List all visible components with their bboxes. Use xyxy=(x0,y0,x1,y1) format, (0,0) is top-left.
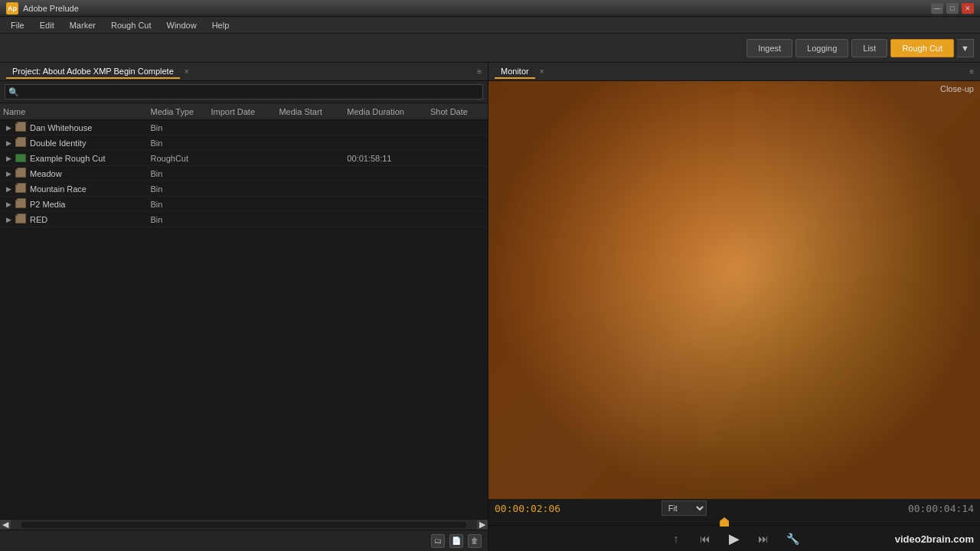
row-name: Meadow xyxy=(30,169,62,178)
list-button[interactable]: List xyxy=(851,39,887,57)
col-import-date-header: Import Date xyxy=(208,107,276,116)
fit-select[interactable]: Fit 100% 50% xyxy=(662,500,707,516)
app-icon: Ap xyxy=(6,2,18,15)
col-media-duration-header: Media Duration xyxy=(344,107,427,116)
row-expander[interactable]: ▶ xyxy=(3,216,14,223)
row-icon xyxy=(14,153,28,164)
playhead-marker[interactable] xyxy=(720,517,729,527)
monitor-panel: Monitor × ≡ Close-up 00:00:02:06 Fit 100… xyxy=(488,63,980,551)
new-item-icon[interactable]: 📄 xyxy=(449,534,463,548)
monitor-close[interactable]: × xyxy=(540,67,544,76)
row-name: P2 Media xyxy=(30,200,65,209)
row-icon xyxy=(14,199,28,210)
col-name-header: Name xyxy=(0,107,148,116)
col-media-type-header: Media Type xyxy=(148,107,208,116)
row-expander[interactable]: ▶ xyxy=(3,201,14,208)
maximize-button[interactable]: □ xyxy=(946,3,959,14)
scroll-right-btn[interactable]: ▶ xyxy=(477,520,488,530)
table-row[interactable]: ▶MeadowBin xyxy=(0,166,488,181)
search-bar xyxy=(0,81,488,103)
export-button[interactable]: ↑ xyxy=(667,530,685,548)
monitor-video: Close-up xyxy=(488,81,980,499)
row-icon xyxy=(14,184,28,194)
row-media-type: RoughCut xyxy=(148,154,208,163)
new-bin-icon[interactable]: 🗂 xyxy=(431,534,445,548)
monitor-tab[interactable]: Monitor xyxy=(495,65,535,79)
row-name: Example Rough Cut xyxy=(30,154,105,163)
project-tab[interactable]: Project: About Adobe XMP Begin Complete xyxy=(6,65,180,79)
col-media-start-header: Media Start xyxy=(276,107,344,116)
fit-dropdown[interactable]: Fit 100% 50% xyxy=(662,500,707,516)
project-content: Name Media Type Import Date Media Start … xyxy=(0,81,488,551)
menu-window[interactable]: Window xyxy=(159,19,204,31)
minimize-button[interactable]: — xyxy=(931,3,943,14)
row-media-duration: 00:01:58:11 xyxy=(344,154,427,163)
row-expander[interactable]: ▶ xyxy=(3,170,14,178)
step-forward-button[interactable]: ⏭ xyxy=(754,530,773,548)
row-name: Mountain Race xyxy=(30,184,87,194)
menu-edit[interactable]: Edit xyxy=(32,19,62,31)
menu-roughcut[interactable]: Rough Cut xyxy=(103,19,159,31)
row-expander[interactable]: ▶ xyxy=(3,185,14,193)
project-menu-btn[interactable]: ≡ xyxy=(477,67,482,76)
row-name: Double Identity xyxy=(30,139,86,148)
playhead-track[interactable] xyxy=(488,517,980,525)
monitor-menu-btn[interactable]: ≡ xyxy=(969,67,974,76)
main-area: Project: About Adobe XMP Begin Complete … xyxy=(0,63,980,551)
row-media-type: Bin xyxy=(148,200,208,209)
watermark: video2brain.com xyxy=(895,533,974,545)
table-row[interactable]: ▶Mountain RaceBin xyxy=(0,181,488,197)
roughcut-button[interactable]: Rough Cut xyxy=(890,39,954,57)
project-panel-header: Project: About Adobe XMP Begin Complete … xyxy=(0,63,488,81)
project-close[interactable]: × xyxy=(185,67,189,76)
monitor-panel-header: Monitor × ≡ xyxy=(488,63,980,81)
logging-button[interactable]: Logging xyxy=(795,39,848,57)
table-row[interactable]: ▶P2 MediaBin xyxy=(0,197,488,212)
video-preview xyxy=(488,81,980,499)
window-controls: — □ ✕ xyxy=(931,3,974,14)
row-expander[interactable]: ▶ xyxy=(3,124,14,132)
row-media-type: Bin xyxy=(148,184,208,194)
menu-file[interactable]: File xyxy=(3,19,32,31)
row-expander[interactable]: ▶ xyxy=(3,139,14,147)
row-icon xyxy=(14,168,28,179)
bottom-toolbar: 🗂 📄 🗑 xyxy=(0,530,488,551)
h-scroll-area[interactable]: ◀ ▶ xyxy=(0,519,488,530)
tools-button[interactable]: 🔧 xyxy=(783,530,802,548)
project-table: Name Media Type Import Date Media Start … xyxy=(0,103,488,519)
menubar: File Edit Marker Rough Cut Window Help xyxy=(0,17,980,34)
titlebar: Ap Adobe Prelude — □ ✕ xyxy=(0,0,980,17)
app-title: Adobe Prelude xyxy=(23,4,931,13)
video-face-overlay xyxy=(488,81,980,499)
row-icon xyxy=(14,214,28,225)
table-row[interactable]: ▶Dan WhitehouseBin xyxy=(0,120,488,135)
row-name: Dan Whitehouse xyxy=(30,123,92,132)
menu-marker[interactable]: Marker xyxy=(62,19,103,31)
step-back-button[interactable]: ⏮ xyxy=(696,530,714,548)
row-media-type: Bin xyxy=(148,123,208,132)
menu-help[interactable]: Help xyxy=(204,19,237,31)
table-row[interactable]: ▶Double IdentityBin xyxy=(0,135,488,151)
right-panel: Monitor × ≡ Close-up 00:00:02:06 Fit 100… xyxy=(488,63,980,551)
close-button[interactable]: ✕ xyxy=(962,3,974,14)
row-media-type: Bin xyxy=(148,215,208,224)
table-row[interactable]: ▶Example Rough CutRoughCut00:01:58:11 xyxy=(0,151,488,166)
row-expander[interactable]: ▶ xyxy=(3,155,14,162)
row-icon xyxy=(14,122,28,133)
monitor-clip-label: Close-up xyxy=(940,84,974,93)
play-button[interactable]: ▶ xyxy=(725,530,743,548)
delete-icon[interactable]: 🗑 xyxy=(468,534,482,548)
timecode-current: 00:00:02:06 xyxy=(495,503,560,514)
col-shot-date-header: Shot Date xyxy=(427,107,488,116)
row-media-type: Bin xyxy=(148,169,208,178)
ingest-button[interactable]: Ingest xyxy=(746,39,792,57)
table-header: Name Media Type Import Date Media Start … xyxy=(0,103,488,120)
toolbar-dropdown[interactable]: ▼ xyxy=(957,39,974,57)
app-icon-label: Ap xyxy=(8,5,17,12)
h-scroll-track[interactable] xyxy=(21,522,466,528)
toolbar: Ingest Logging List Rough Cut ▼ xyxy=(0,34,980,63)
table-row[interactable]: ▶REDBin xyxy=(0,212,488,227)
project-panel: Project: About Adobe XMP Begin Complete … xyxy=(0,63,488,551)
scroll-left-btn[interactable]: ◀ xyxy=(0,520,11,530)
search-input[interactable] xyxy=(5,84,483,99)
